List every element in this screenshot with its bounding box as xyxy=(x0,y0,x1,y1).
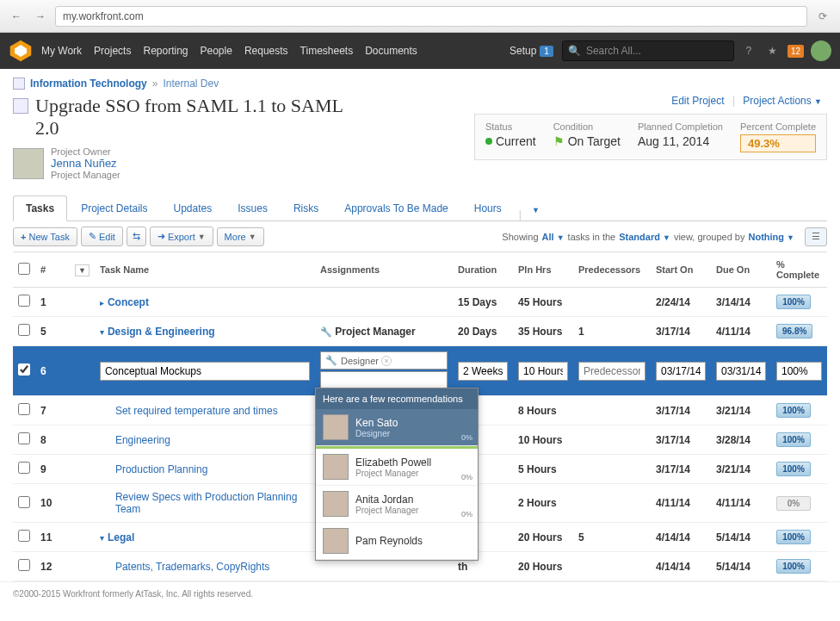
remove-assignment-icon[interactable]: × xyxy=(381,356,392,366)
due-date-input[interactable] xyxy=(716,362,766,381)
indent-button[interactable]: ⇆ xyxy=(127,227,146,246)
start-cell: 3/17/14 xyxy=(651,455,711,484)
tab-more[interactable]: ▼ xyxy=(527,200,545,220)
due-cell: 4/11/14 xyxy=(711,484,771,523)
group-nothing[interactable]: Nothing ▼ xyxy=(748,232,794,242)
help-icon[interactable]: ? xyxy=(739,41,758,60)
task-link[interactable]: Engineering xyxy=(115,434,170,446)
forward-button[interactable]: → xyxy=(31,7,50,26)
row-checkbox[interactable] xyxy=(18,363,30,376)
tab-approvals[interactable]: Approvals To Be Made xyxy=(332,196,460,220)
row-checkbox[interactable] xyxy=(18,403,30,415)
expand-caret-icon[interactable]: ▾ xyxy=(100,533,104,543)
nav-reporting[interactable]: Reporting xyxy=(143,45,188,57)
task-link[interactable]: Legal xyxy=(108,531,134,543)
pct-input[interactable] xyxy=(776,362,822,381)
start-date-input[interactable] xyxy=(656,362,706,381)
start-cell: 3/17/14 xyxy=(651,396,711,425)
filter-all[interactable]: All ▼ xyxy=(542,232,565,242)
task-row[interactable]: 1 ▸Concept 15 Days 45 Hours 2/24/14 3/14… xyxy=(13,288,827,317)
col-assign[interactable]: Assignments xyxy=(315,252,453,288)
project-actions-menu[interactable]: Project Actions ▼ xyxy=(743,95,822,107)
expand-caret-icon[interactable]: ▸ xyxy=(100,298,104,307)
nav-documents[interactable]: Documents xyxy=(365,45,417,57)
col-pred[interactable]: Predecessors xyxy=(573,252,651,288)
dropdown-item[interactable]: Ken SatoDesigner 0% xyxy=(316,409,478,446)
assignment-editor[interactable]: 🔧 Designer× xyxy=(320,351,448,369)
row-checkbox[interactable] xyxy=(18,496,30,508)
breadcrumb-sub[interactable]: Internal Dev xyxy=(163,78,219,90)
breadcrumb-root[interactable]: Information Technology xyxy=(30,78,147,90)
tab-issues[interactable]: Issues xyxy=(225,196,280,220)
back-button[interactable]: ← xyxy=(7,7,26,26)
global-search[interactable]: 🔍 Search All... xyxy=(562,40,734,61)
task-link[interactable]: Concept xyxy=(108,296,149,308)
col-dur[interactable]: Duration xyxy=(453,252,513,288)
task-row[interactable]: 5 ▾Design & Engineering 🔧 Project Manage… xyxy=(13,317,827,346)
dropdown-item[interactable]: Pam Reynolds xyxy=(316,523,478,560)
tab-details[interactable]: Project Details xyxy=(69,196,159,220)
col-hrs[interactable]: Pln Hrs xyxy=(513,252,573,288)
owner-role: Project Manager xyxy=(51,170,120,180)
task-link[interactable]: Review Specs with Production Planning Te… xyxy=(115,491,310,515)
col-sort[interactable]: ▼ xyxy=(70,252,95,288)
edit-button[interactable]: ✎Edit xyxy=(81,227,123,246)
options-icon: ☰ xyxy=(812,231,820,242)
tab-risks[interactable]: Risks xyxy=(281,196,330,220)
select-all-checkbox[interactable] xyxy=(18,263,30,275)
row-checkbox[interactable] xyxy=(18,432,30,444)
task-link[interactable]: Design & Engineering xyxy=(108,326,215,338)
nav-my-work[interactable]: My Work xyxy=(41,45,82,57)
workfront-logo-icon xyxy=(9,39,33,63)
col-due[interactable]: Due On xyxy=(711,252,771,288)
nav-timesheets[interactable]: Timesheets xyxy=(300,45,354,57)
assignment-dropdown: Here are a few recommendations Ken SatoD… xyxy=(315,388,479,561)
row-checkbox[interactable] xyxy=(18,559,30,571)
user-avatar[interactable] xyxy=(811,40,831,61)
nav-people[interactable]: People xyxy=(201,45,232,57)
pct-badge: 96.8% xyxy=(776,324,812,338)
tab-updates[interactable]: Updates xyxy=(162,196,225,220)
task-name-input[interactable] xyxy=(100,362,310,381)
nav-projects[interactable]: Projects xyxy=(94,45,131,57)
view-options-button[interactable]: ☰ xyxy=(805,227,827,246)
edit-project-link[interactable]: Edit Project xyxy=(671,95,724,107)
task-row[interactable]: 6 🔧 Designer× Here are a few recommendat… xyxy=(13,346,827,396)
tab-tasks[interactable]: Tasks xyxy=(13,196,67,221)
row-num: 7 xyxy=(35,396,70,425)
pct-badge: 100% xyxy=(776,462,811,476)
tab-hours[interactable]: Hours xyxy=(462,196,514,220)
owner-name[interactable]: Jenna Nuñez xyxy=(51,157,120,170)
hours-input[interactable] xyxy=(518,362,568,381)
col-name[interactable]: Task Name xyxy=(95,252,315,288)
refresh-button[interactable]: ⟳ xyxy=(812,10,833,22)
task-link[interactable]: Production Planning xyxy=(115,463,207,475)
portfolio-icon xyxy=(13,78,25,90)
new-task-button[interactable]: +New Task xyxy=(13,227,77,246)
col-pct[interactable]: % Complete xyxy=(771,252,827,288)
row-checkbox[interactable] xyxy=(18,324,30,336)
more-button[interactable]: More▼ xyxy=(217,227,264,246)
url-bar[interactable]: my.workfront.com xyxy=(55,6,807,27)
col-num[interactable]: # xyxy=(35,252,70,288)
expand-caret-icon[interactable]: ▾ xyxy=(100,327,104,337)
predecessors-cell: 1 xyxy=(573,317,651,346)
duration-input[interactable] xyxy=(458,362,508,381)
dropdown-item[interactable]: Anita JordanProject Manager 0% xyxy=(316,486,478,523)
dropdown-item[interactable]: Elizabeth PowellProject Manager 0% xyxy=(316,449,478,486)
assignment-cell xyxy=(315,288,453,317)
task-link[interactable]: Patents, Trademarks, CopyRights xyxy=(115,561,269,573)
export-button[interactable]: ➜Export▼ xyxy=(150,227,213,246)
row-checkbox[interactable] xyxy=(18,530,30,542)
row-checkbox[interactable] xyxy=(18,462,30,474)
col-start[interactable]: Start On xyxy=(651,252,711,288)
favorites-icon[interactable]: ★ xyxy=(763,41,782,60)
row-checkbox[interactable] xyxy=(18,295,30,307)
setup-link[interactable]: Setup 1 xyxy=(510,45,553,57)
breadcrumb: Information Technology » Internal Dev xyxy=(13,78,827,90)
task-link[interactable]: Set required temperature and times xyxy=(115,405,278,417)
notification-badge[interactable]: 12 xyxy=(788,45,804,58)
predecessors-input[interactable] xyxy=(578,362,645,381)
view-standard[interactable]: Standard ▼ xyxy=(619,232,670,242)
nav-requests[interactable]: Requests xyxy=(244,45,288,57)
